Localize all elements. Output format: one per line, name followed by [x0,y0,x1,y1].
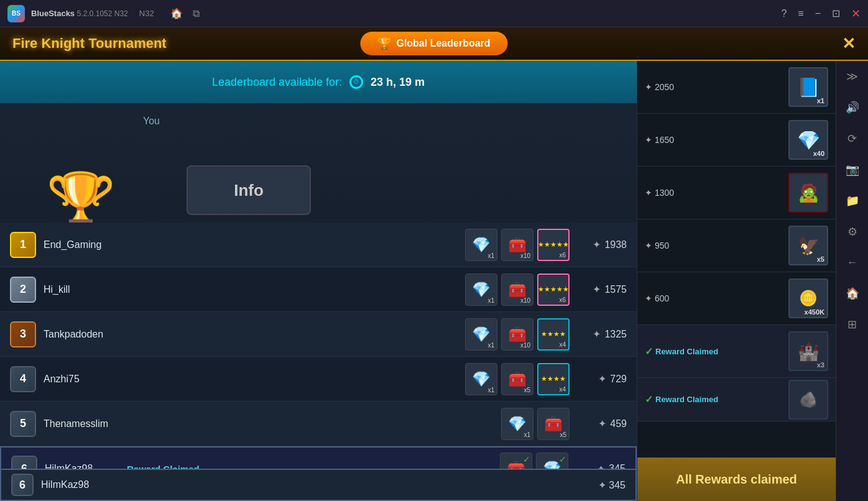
reward-tier-claimed-2: ✓ Reward Claimed 🪨 [637,378,836,421]
table-row: 4 Anzhi75 💎 x1 🧰 x5 ★★★★ x4 [0,357,637,402]
global-leaderboard-button[interactable]: 🏆 Global Leaderboard [360,32,507,55]
item-crystal: 💎 x1 [501,408,533,440]
items-area: 💎 x1 🧰 x5 [501,408,570,440]
item-stars: ★★★★ x4 [537,318,570,351]
tier-reward: 💎 x40 [788,120,828,160]
score-area: ✦ 729 [577,373,627,385]
game-header: Fire Knight Tournament 🏆 Global Leaderbo… [0,27,868,61]
reward-claimed-label: ✓ Reward Claimed [645,346,719,357]
tier-score: ✦ 950 [645,241,695,251]
item-crystal: 💎 x1 [465,229,497,261]
app-logo: BS [7,5,25,22]
score-area: ✦ 459 [577,418,627,430]
sidebar-icon-volume[interactable]: 🔊 [842,97,863,118]
tier-reward: 📘 x1 [788,67,828,107]
sticky-rank-badge: 6 [11,474,34,496]
main-content: Leaderboard available for: ⏱ 23 h, 19 m … [0,61,868,501]
item-stars: ★★★★ x4 [537,363,570,395]
item-stars: ★★★★★ x6 [537,229,570,261]
sidebar-icon-home[interactable]: 🏠 [842,283,863,304]
game-close-button[interactable]: ✕ [842,34,856,53]
tier-score: ✦ 1650 [645,135,695,145]
table-row: 5 Thenamesslim 💎 x1 🧰 x5 ✦ 459 [0,402,637,446]
rank-badge-1: 1 [10,232,36,258]
reward-item-box: 🧟 [788,173,828,213]
rank-badge-3: 3 [10,321,36,347]
rank-badge-4: 4 [10,366,36,392]
item-crystal: 💎 x1 [465,363,497,395]
restore-icon[interactable]: ⊡ [832,7,840,19]
sidebar-icon-settings[interactable]: ⚙ [844,221,861,242]
item-chest: 🧰 x10 [501,273,533,306]
table-row: 3 Tankpadoden 💎 x1 🧰 x10 ★★★★ x4 [0,312,637,357]
player-name: Tankpadoden [44,329,118,340]
tier-reward: 🪙 x450K [788,278,828,318]
info-button[interactable]: Info [187,165,311,215]
table-row: 2 Hi_kill 💎 x1 🧰 x10 ★★★★★ x6 [0,267,637,312]
sidebar-icon-back[interactable]: ← [843,252,862,273]
menu-icon[interactable]: ≡ [798,8,803,19]
items-area: 💎 x1 🧰 x5 ★★★★ x4 [465,363,570,395]
item-crystal: 💎 x1 [465,273,497,306]
tier-reward: 🦅 x5 [788,226,828,265]
you-label: You [143,116,160,127]
reward-tier-claimed-1: ✓ Reward Claimed 🏰 x3 [637,325,836,378]
reward-tier-1: ✦ 2050 📘 x1 [637,61,836,114]
all-rewards-text: All Rewards claimed [676,472,797,487]
tier-reward: 🧟 [788,173,828,213]
sticky-player-name: HilmKaz98 [41,479,116,490]
player-name: Thenamesslim [44,418,118,430]
item-chest: 🧰 x5 [537,408,570,440]
score-area: ✦ 1325 [577,328,627,340]
bottom-sticky-row: 6 HilmKaz98 ✦ 345 [0,469,637,501]
sidebar-icon-expand[interactable]: ≫ [843,66,862,87]
items-area: 💎 x1 🧰 x10 ★★★★★ x6 [465,273,570,306]
rank-badge-2: 2 [10,277,36,303]
items-area: 💎 x1 🧰 x10 ★★★★ x4 [465,318,570,351]
leaderboard-available-text: Leaderboard available for: [212,76,342,89]
player-name: Hi_kill [44,284,118,295]
sidebar-icon-screenshot[interactable]: 📷 [842,159,863,180]
leaderboard-table: 1 End_Gaming 💎 x1 🧰 x10 ★★★★★ x6 [0,223,637,501]
tier-score: ✦ 2050 [645,82,695,92]
game-title: Fire Knight Tournament [12,35,167,52]
player-name: End_Gaming [44,239,118,251]
table-row: 1 End_Gaming 💎 x1 🧰 x10 ★★★★★ x6 [0,223,637,267]
reward-item-box: 🏰 x3 [788,331,828,371]
item-stars: ★★★★★ x6 [537,273,570,306]
app-name: BlueStacks 5.2.0.1052 N32 [31,9,128,18]
home-nav-icon[interactable]: 🏠 [170,7,183,19]
instance-label: N32 [139,9,154,18]
reward-tier-5: ✦ 600 🪙 x450K [637,272,836,325]
trophy-icon: 🏆 [377,37,391,50]
score-area: ✦ 1938 [577,239,627,251]
minimize-icon[interactable]: − [815,8,821,19]
sidebar-icon-folder[interactable]: 📁 [842,190,863,211]
reward-item-box: 🪙 x450K [788,278,828,318]
rank-badge-5: 5 [10,411,36,437]
help-icon[interactable]: ? [781,8,787,19]
player-name: Anzhi75 [44,374,118,385]
sidebar-icon-apps[interactable]: ⊞ [844,314,861,335]
sidebar-icon-rotate[interactable]: ⟳ [844,128,861,149]
item-chest: 🧰 x10 [501,229,533,261]
item-chest: 🧰 x10 [501,318,533,351]
right-panel: ✦ 2050 📘 x1 ✦ 1650 💎 x40 [637,61,836,501]
tier-score: ✦ 600 [645,293,695,303]
left-panel: Leaderboard available for: ⏱ 23 h, 19 m … [0,61,637,501]
close-icon[interactable]: ✕ [851,7,861,21]
reward-item-box: 📘 x1 [788,67,828,107]
reward-item-box: 🪨 [788,380,828,420]
score-area: ✦ 1575 [577,283,627,295]
right-sidebar: ≫ 🔊 ⟳ 📷 📁 ⚙ ← 🏠 ⊞ [836,61,868,501]
reward-item-box: 💎 x40 [788,120,828,160]
tier-score: ✦ 1300 [645,188,695,198]
reward-tier-4: ✦ 950 🦅 x5 [637,219,836,272]
all-rewards-banner: All Rewards claimed [637,457,836,501]
items-area: 💎 x1 🧰 x10 ★★★★★ x6 [465,229,570,261]
leaderboard-banner: Leaderboard available for: ⏱ 23 h, 19 m [0,61,637,103]
reward-item-box: 🦅 x5 [788,226,828,265]
clone-icon[interactable]: ⧉ [193,8,200,19]
title-bar: BS BlueStacks 5.2.0.1052 N32 N32 🏠 ⧉ ? ≡… [0,0,868,27]
item-crystal: 💎 x1 [465,318,497,351]
